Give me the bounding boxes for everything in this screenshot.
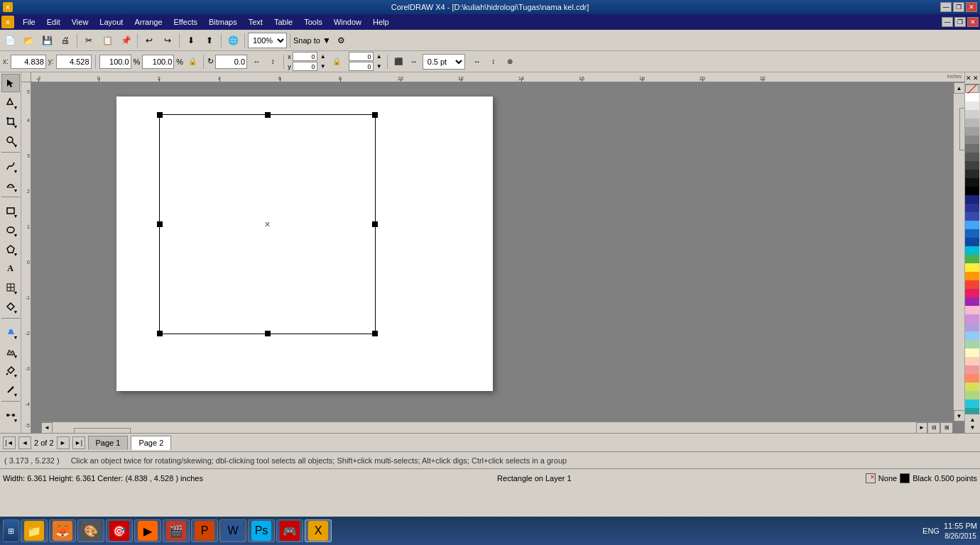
close-button[interactable]: ✕ [966,2,977,12]
y-field[interactable] [56,55,92,69]
color-swatch-15[interactable] [965,221,979,229]
color-swatch-4[interactable] [965,127,979,136]
mirror4-button[interactable]: ↕ [486,55,501,69]
color-swatch-25[interactable] [965,306,979,314]
paste-button[interactable]: 📌 [117,32,134,49]
color-swatch-24[interactable] [965,297,979,306]
polygon-tool[interactable]: ▼ [1,240,20,258]
horizontal-scrollbar[interactable]: ◄ ► ⊟ ⊞ [41,422,953,433]
snap-options-button[interactable]: ⚙ [333,32,350,49]
width-field[interactable] [99,55,131,69]
page-tab-2[interactable]: Page 2 [131,436,171,450]
freehand-tool[interactable]: ▼ [1,157,20,175]
open-button[interactable]: 📂 [20,32,37,49]
scroll-h-thumb[interactable] [74,428,131,434]
snap-dropdown[interactable]: ▼ [322,32,332,49]
color-swatch-7[interactable] [965,153,979,161]
menu-tools[interactable]: Tools [298,16,328,28]
color-swatch-27[interactable] [965,323,979,331]
x-field[interactable] [11,55,46,69]
fill-tool[interactable]: ▼ [1,323,20,341]
mirror3-button[interactable]: ↔ [470,55,484,69]
page-tab-1[interactable]: Page 1 [88,436,129,450]
scroll-left-button[interactable]: ◄ [41,422,53,434]
zoom-fit-width[interactable]: ⊞ [940,422,953,434]
lock-ratio-button[interactable]: 🔒 [185,55,200,69]
handle-ml[interactable] [157,221,163,227]
handle-mr[interactable] [372,221,378,227]
color-swatch-13[interactable] [965,204,979,212]
transparency-tool[interactable]: ▼ [1,342,20,360]
color-swatch-33[interactable] [965,374,979,382]
handle-bm[interactable] [265,331,271,336]
new-button[interactable]: 📄 [1,32,18,49]
color-swatch-12[interactable] [965,195,979,204]
color-swatch-34[interactable] [965,382,979,391]
page-first-btn[interactable]: |◄ [3,436,16,449]
save-button[interactable]: 💾 [38,32,55,49]
y3-spindown[interactable]: ▼ [375,62,383,71]
text-tool[interactable]: A [1,259,20,277]
outline-scale-button[interactable]: ⬛ [391,55,405,69]
taskbar-app9[interactable]: 🎮 [276,519,303,542]
color-swatch-36[interactable] [965,400,979,408]
restore-button[interactable]: ❐ [953,2,964,12]
basic-shape-tool[interactable]: ▼ [1,297,20,316]
minimize-button[interactable]: — [940,2,952,12]
taskbar-app5[interactable]: ▶ [134,519,161,542]
lock2-button[interactable]: 🔒 [330,55,344,69]
menu-file[interactable]: File [17,16,41,28]
taskbar-firefox[interactable]: 🦊 [49,519,76,542]
height-field[interactable] [142,55,174,69]
outline-width-button[interactable]: ↔ [407,55,421,69]
menu-layout[interactable]: Layout [94,16,129,28]
y3-field[interactable] [349,62,374,71]
color-swatch-31[interactable] [965,357,979,365]
color-swatch-23[interactable] [965,289,979,297]
color-swatch-30[interactable] [965,348,979,357]
color-swatch-1[interactable] [965,101,979,110]
cut-button[interactable]: ✂ [80,32,97,49]
page-prev-btn[interactable]: ◄ [18,436,31,449]
mirror-v-button[interactable]: ↕ [266,55,280,69]
color-swatch-16[interactable] [965,229,979,238]
x3-field[interactable] [349,52,374,61]
taskbar-word[interactable]: W [219,519,246,542]
menu-bitmaps[interactable]: Bitmaps [203,16,243,28]
target-button[interactable]: ⊕ [503,55,517,69]
mirror-h-button[interactable]: ↔ [249,55,263,69]
doc-restore-button[interactable]: ❐ [954,17,966,27]
y2-spindown[interactable]: ▼ [319,62,327,71]
taskbar-ps[interactable]: Ps [248,519,275,542]
menu-table[interactable]: Table [268,16,298,28]
color-swatch-3[interactable] [965,119,979,127]
color-swatch-35[interactable] [965,391,979,400]
swatch-none[interactable] [965,84,979,93]
shape-tool[interactable]: ▼ [1,93,20,111]
handle-tl[interactable] [157,112,163,118]
taskbar-app3[interactable]: 🎨 [77,519,104,542]
palette-left-btn[interactable]: ✕ [965,74,972,82]
color-swatch-29[interactable] [965,340,979,348]
outline-tool[interactable]: ▼ [1,380,20,399]
y2-field[interactable] [293,62,317,71]
print-button[interactable]: 🖨 [57,32,74,49]
ellipse-tool[interactable]: ▼ [1,221,20,239]
doc-close-button[interactable]: ✕ [967,17,979,27]
export-button[interactable]: ⬆ [201,32,218,49]
color-swatch-9[interactable] [965,170,979,178]
palette-up-btn[interactable]: ▲ [965,416,980,424]
palette-mid-btn[interactable]: ✕ [972,74,979,82]
handle-tr[interactable] [372,112,378,118]
menu-view[interactable]: View [66,16,94,28]
redo-button[interactable]: ↪ [159,32,176,49]
start-button[interactable]: ⊞ [3,519,19,542]
selection-rectangle[interactable]: × [159,114,376,334]
interactive-blend-tool[interactable]: ▼ [1,406,20,424]
rect-tool[interactable]: ▼ [1,202,20,220]
color-swatch-32[interactable] [965,365,979,374]
menu-help[interactable]: Help [367,16,395,28]
import-button[interactable]: ⬇ [183,32,200,49]
outline-width-select[interactable]: 0.5 pt 1 pt 2 pt [423,54,465,70]
scroll-down-button[interactable]: ▼ [954,410,965,422]
